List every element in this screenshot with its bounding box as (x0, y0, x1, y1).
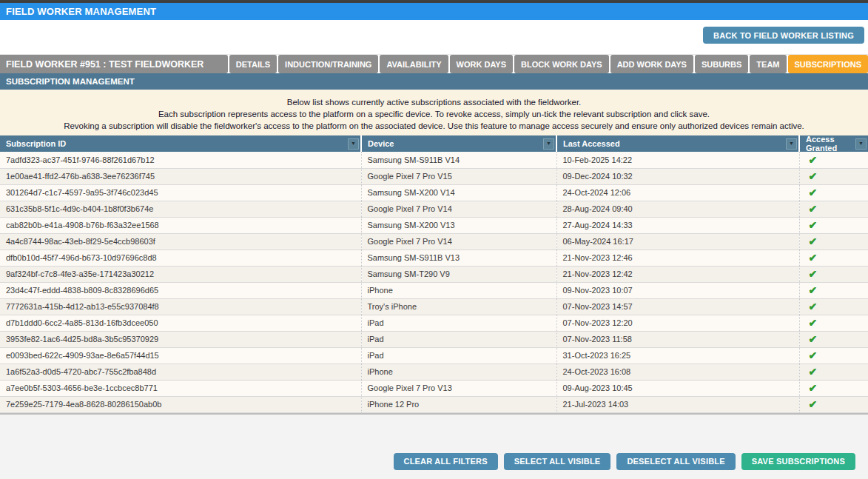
filter-dropdown-icon[interactable]: ▼ (855, 138, 867, 150)
access-granted-check-icon[interactable]: ✔ (809, 268, 818, 280)
table-row: 3953fe82-1ac6-4d25-bd8a-3b5c95370929iPad… (0, 331, 868, 347)
access-granted-check-icon[interactable]: ✔ (809, 284, 818, 296)
last-accessed-cell: 21-Nov-2023 12:46 (556, 249, 799, 266)
select-all-visible-button[interactable]: SELECT ALL VISIBLE (504, 453, 611, 470)
table-row: d7b1ddd0-6cc2-4a85-813d-16fb3dcee050iPad… (0, 315, 868, 331)
table-row: 1e00ae41-ffd2-476b-a638-3ee76236f745Goog… (0, 168, 868, 184)
tab-suburbs[interactable]: SUBURBS (695, 55, 748, 73)
access-granted-cell[interactable]: ✔ (799, 298, 868, 315)
tab-induction-training[interactable]: INDUCTION/TRAINING (278, 55, 378, 73)
access-granted-cell[interactable]: ✔ (799, 249, 868, 266)
last-accessed-cell: 21-Jul-2023 14:03 (556, 396, 799, 412)
table-row: cab82b0b-e41a-4908-b76b-f63a32ee1568Sams… (0, 217, 868, 233)
access-granted-cell[interactable]: ✔ (799, 331, 868, 347)
access-granted-check-icon[interactable]: ✔ (809, 317, 818, 329)
access-granted-check-icon[interactable]: ✔ (809, 187, 818, 198)
access-granted-check-icon[interactable]: ✔ (809, 170, 818, 182)
access-granted-cell[interactable]: ✔ (799, 266, 868, 282)
info-line: Each subscription represents access to t… (0, 108, 868, 120)
access-granted-check-icon[interactable]: ✔ (809, 252, 818, 264)
device-cell: iPad (361, 331, 556, 347)
access-granted-check-icon[interactable]: ✔ (809, 219, 818, 231)
access-granted-check-icon[interactable]: ✔ (809, 235, 818, 247)
fieldworker-bar: FIELD WORKER #951 : TEST FIELDWORKER DET… (0, 55, 868, 73)
back-to-listing-button[interactable]: BACK TO FIELD WORKER LISTING (703, 27, 864, 44)
device-cell: Samsung SM-S911B V14 (361, 152, 556, 168)
last-accessed-cell: 24-Oct-2024 12:06 (556, 184, 799, 201)
tab-availability[interactable]: AVAILABILITY (380, 55, 448, 73)
access-granted-check-icon[interactable]: ✔ (809, 301, 818, 312)
access-granted-check-icon[interactable]: ✔ (809, 333, 818, 345)
access-granted-cell[interactable]: ✔ (799, 347, 868, 364)
table-row: 9af324bf-c7c8-4fe3-a35e-171423a30212Sams… (0, 266, 868, 282)
access-granted-cell[interactable]: ✔ (799, 152, 868, 168)
access-granted-cell[interactable]: ✔ (799, 201, 868, 217)
access-granted-cell[interactable]: ✔ (799, 315, 868, 331)
table-row: 7e259e25-7179-4ea8-8628-80286150ab0biPho… (0, 396, 868, 412)
access-granted-check-icon[interactable]: ✔ (809, 154, 818, 166)
device-cell: Google Pixel 7 Pro V14 (361, 201, 556, 217)
device-cell: iPhone 12 Pro (361, 396, 556, 412)
access-granted-cell[interactable]: ✔ (799, 184, 868, 201)
subscription-id-cell: 4a4c8744-98ac-43eb-8f29-5e4ccb98603f (0, 233, 361, 249)
subscription-id-cell: 1a6f52a3-d0d5-4720-abc7-755c2fba848d (0, 364, 361, 380)
access-granted-cell[interactable]: ✔ (799, 396, 868, 412)
access-granted-cell[interactable]: ✔ (799, 282, 868, 298)
access-granted-check-icon[interactable]: ✔ (809, 382, 818, 394)
last-accessed-cell: 09-Aug-2023 10:45 (556, 380, 799, 396)
tab-add-work-days[interactable]: ADD WORK DAYS (610, 55, 693, 73)
subscriptions-table-wrap: Subscription ID▼Device▼Last Accessed▼Acc… (0, 135, 868, 415)
save-subscriptions-button[interactable]: SAVE SUBSCRIPTIONS (741, 453, 855, 470)
access-granted-cell[interactable]: ✔ (799, 233, 868, 249)
clear-all-filters-button[interactable]: CLEAR ALL FILTERS (394, 453, 498, 470)
access-granted-cell[interactable]: ✔ (799, 380, 868, 396)
table-row: 301264d7-c1c7-4597-9a95-3f746c023d45Sams… (0, 184, 868, 201)
device-cell: Google Pixel 7 Pro V14 (361, 233, 556, 249)
device-cell: Samsung SM-T290 V9 (361, 266, 556, 282)
filter-dropdown-icon[interactable]: ▼ (543, 138, 554, 150)
access-granted-check-icon[interactable]: ✔ (809, 203, 818, 215)
subscription-id-cell: d7b1ddd0-6cc2-4a85-813d-16fb3dcee050 (0, 315, 361, 331)
subscription-id-cell: 7adfd323-ac37-451f-9746-88f261d67b12 (0, 152, 361, 168)
subscription-id-cell: 9af324bf-c7c8-4fe3-a35e-171423a30212 (0, 266, 361, 282)
filter-dropdown-icon[interactable]: ▼ (348, 138, 359, 150)
subscription-id-cell: a7ee0b5f-5303-4656-be3e-1ccbcec8b771 (0, 380, 361, 396)
table-row: 7adfd323-ac37-451f-9746-88f261d67b12Sams… (0, 152, 868, 168)
last-accessed-cell: 07-Nov-2023 11:58 (556, 331, 799, 347)
subscription-id-cell: 7772631a-415b-4d12-ab13-e55c937084f8 (0, 298, 361, 315)
subscription-id-cell: e0093bed-622c-4909-93ae-8e6a57f44d15 (0, 347, 361, 364)
tab-block-work-days[interactable]: BLOCK WORK DAYS (514, 55, 609, 73)
access-granted-cell[interactable]: ✔ (799, 217, 868, 233)
filter-dropdown-icon[interactable]: ▼ (786, 138, 797, 150)
table-row: 7772631a-415b-4d12-ab13-e55c937084f8Troy… (0, 298, 868, 315)
access-granted-cell[interactable]: ✔ (799, 364, 868, 380)
column-header: Access Granted▼ (799, 135, 868, 152)
device-cell: iPad (361, 347, 556, 364)
access-granted-check-icon[interactable]: ✔ (809, 398, 818, 410)
table-row: 1a6f52a3-d0d5-4720-abc7-755c2fba848diPho… (0, 364, 868, 380)
deselect-all-visible-button[interactable]: DESELECT ALL VISIBLE (616, 453, 735, 470)
table-header-row: Subscription ID▼Device▼Last Accessed▼Acc… (0, 135, 868, 152)
device-cell: Samsung SM-X200 V13 (361, 217, 556, 233)
access-granted-check-icon[interactable]: ✔ (809, 366, 818, 378)
tab-subscriptions[interactable]: SUBSCRIPTIONS (788, 55, 868, 73)
table-row: 631c35b8-5f1c-4d9c-b404-1b8f0f3b674eGoog… (0, 201, 868, 217)
access-granted-check-icon[interactable]: ✔ (809, 349, 818, 361)
subscriptions-table: Subscription ID▼Device▼Last Accessed▼Acc… (0, 135, 868, 413)
last-accessed-cell: 07-Nov-2023 12:20 (556, 315, 799, 331)
device-cell: iPad (361, 315, 556, 331)
last-accessed-cell: 21-Nov-2023 12:42 (556, 266, 799, 282)
tab-work-days[interactable]: WORK DAYS (450, 55, 513, 73)
column-header: Device▼ (361, 135, 556, 152)
tab-details[interactable]: DETAILS (229, 55, 277, 73)
access-granted-cell[interactable]: ✔ (799, 168, 868, 184)
subscription-id-cell: 23d4c47f-eddd-4838-b809-8c8328696d65 (0, 282, 361, 298)
footer-button-row: CLEAR ALL FILTERSSELECT ALL VISIBLEDESEL… (0, 415, 868, 470)
device-cell: Google Pixel 7 Pro V15 (361, 168, 556, 184)
last-accessed-cell: 27-Aug-2024 14:33 (556, 217, 799, 233)
footer-area: CLEAR ALL FILTERSSELECT ALL VISIBLEDESEL… (0, 415, 868, 479)
toolbar: BACK TO FIELD WORKER LISTING (0, 20, 868, 55)
section-title: SUBSCRIPTION MANAGEMENT (6, 77, 135, 86)
tab-team[interactable]: TEAM (750, 55, 786, 73)
subscription-id-cell: dfb0b10d-45f7-496d-b673-10d97696c8d8 (0, 249, 361, 266)
